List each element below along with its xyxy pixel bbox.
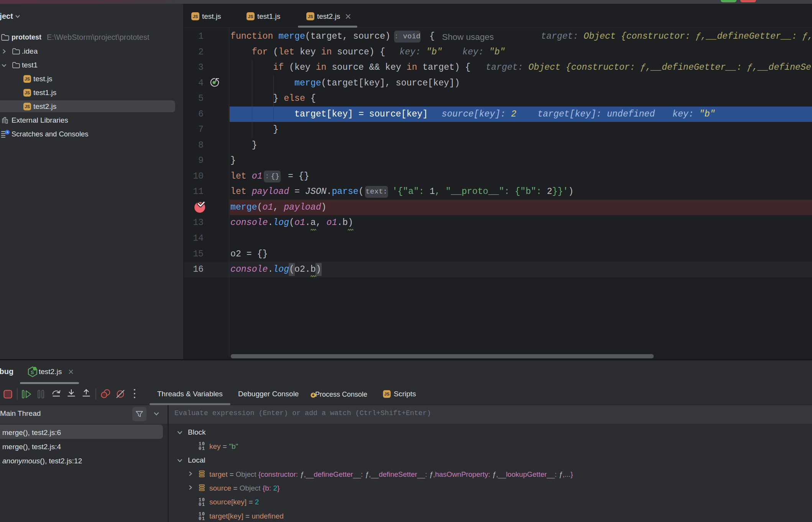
svg-text:S: S <box>31 370 34 375</box>
